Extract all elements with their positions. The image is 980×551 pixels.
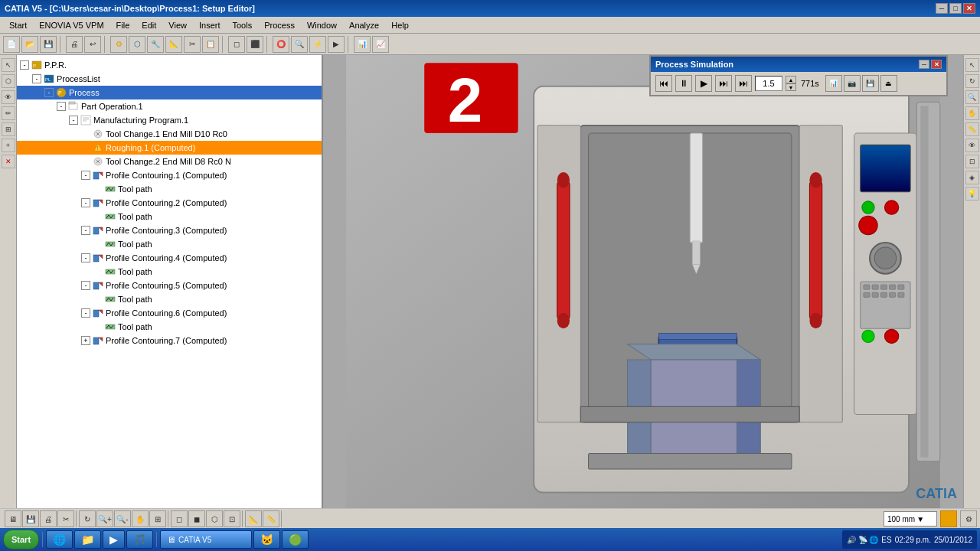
tb3-zoom-out[interactable]: 🔍- — [114, 510, 131, 527]
expand-profile7[interactable]: + — [81, 336, 90, 345]
expand-processlist[interactable]: - — [32, 74, 41, 83]
taskbar-app1[interactable]: 🎵 — [126, 530, 153, 549]
taskbar-explorer[interactable]: 📁 — [74, 530, 101, 549]
expand-profile2[interactable]: - — [81, 198, 90, 207]
sim-speed-input[interactable] — [755, 76, 782, 91]
menu-tools[interactable]: Tools — [226, 19, 258, 31]
menu-help[interactable]: Help — [385, 19, 415, 31]
tree-item-profile-cont3[interactable]: - Profile Contouring.3 (Computed) — [17, 223, 322, 237]
menu-insert[interactable]: Insert — [193, 19, 227, 31]
sim-goto-end-button[interactable]: ⏭ — [735, 75, 752, 92]
sim-extra-btn1[interactable]: 📊 — [825, 75, 842, 92]
sim-speed-down[interactable]: ▼ — [786, 83, 796, 91]
sim-extra-btn4[interactable]: ⏏ — [880, 75, 897, 92]
tb-btn11[interactable]: ⭕ — [273, 36, 289, 53]
expand-ppr[interactable]: - — [20, 60, 29, 70]
tb-btn13[interactable]: ⚡ — [309, 36, 326, 53]
tree-item-profile-cont2[interactable]: - Profile Contouring.2 (Computed) — [17, 196, 322, 210]
taskbar-app2[interactable]: 🐱 — [253, 530, 280, 549]
expand-profile3[interactable]: - — [81, 226, 90, 235]
expand-profile5[interactable]: - — [81, 281, 90, 290]
tree-item-profile-cont4[interactable]: - Profile Contouring.4 (Computed) — [17, 251, 322, 265]
tb-btn8[interactable]: 📋 — [202, 36, 219, 53]
menu-window[interactable]: Window — [301, 19, 343, 31]
tb3-color1[interactable] — [940, 510, 957, 527]
left-icon-x[interactable]: ✕ — [2, 155, 15, 168]
tb3-btn1[interactable]: 🖥 — [5, 510, 21, 527]
taskbar-ie[interactable]: 🌐 — [46, 530, 73, 549]
expand-profile4[interactable]: - — [81, 253, 90, 262]
zoom-dropdown[interactable]: 100 mm ▼ — [884, 511, 937, 527]
tb-save[interactable]: 💾 — [40, 36, 57, 53]
expand-profile1[interactable]: - — [81, 171, 90, 180]
tb-open[interactable]: 📂 — [21, 36, 38, 53]
tree-item-tool-change1[interactable]: Tool Change.1 End Mill D10 Rc0 — [17, 127, 322, 141]
taskbar-app3[interactable]: 🟢 — [282, 530, 309, 549]
menu-process[interactable]: Process — [258, 19, 301, 31]
close-button[interactable]: ✕ — [963, 3, 975, 14]
right-icon-light[interactable]: 💡 — [965, 187, 979, 201]
tree-item-ppr[interactable]: - P P.P.R. — [17, 58, 322, 72]
tb-btn4[interactable]: ⬡ — [129, 36, 145, 53]
tree-item-processlist[interactable]: - PL ProcessList — [17, 72, 322, 86]
tree-item-roughing1[interactable]: ! Roughing.1 (Computed) — [17, 141, 322, 155]
right-icon-view[interactable]: 👁 — [965, 139, 979, 152]
right-icon-zoom[interactable]: 🔍 — [965, 90, 979, 104]
tree-item-profile-cont1[interactable]: - Profile Contouring.1 (Computed) — [17, 168, 322, 182]
expand-process[interactable]: - — [44, 88, 54, 97]
tb-btn10[interactable]: ⬛ — [247, 36, 263, 53]
tb-print[interactable]: 🖨 — [66, 36, 83, 53]
tb-btn12[interactable]: 🔍 — [291, 36, 308, 53]
menu-edit[interactable]: Edit — [136, 19, 162, 31]
sim-speed-spinner[interactable]: ▲ ▼ — [786, 76, 796, 91]
tb3-btn3[interactable]: 🖨 — [40, 510, 57, 527]
tb-btn6[interactable]: 📐 — [165, 36, 182, 53]
expand-profile6[interactable]: - — [81, 308, 90, 318]
taskbar-media[interactable]: ▶ — [103, 530, 125, 549]
tb-btn9[interactable]: ◻ — [228, 36, 245, 53]
right-icon-render[interactable]: ◈ — [965, 171, 979, 184]
taskbar-start-button[interactable]: Start — [3, 530, 39, 549]
tree-item-part-op1[interactable]: - Part Operation.1 — [17, 99, 322, 113]
tb-btn16[interactable]: 📈 — [372, 36, 389, 53]
tree-item-process[interactable]: - P Process — [17, 86, 322, 99]
tree-item-profile-cont5[interactable]: - Profile Contouring.5 (Computed) — [17, 279, 322, 292]
left-icon-constraint[interactable]: ⊞ — [2, 122, 15, 136]
process-sim-close[interactable]: ✕ — [931, 60, 942, 69]
sim-speed-up[interactable]: ▲ — [786, 76, 796, 83]
menu-start[interactable]: Start — [3, 19, 33, 31]
right-icon-section[interactable]: ⊡ — [965, 155, 979, 168]
tree-item-toolpath4[interactable]: Tool path — [17, 265, 322, 279]
tree-item-tool-change2[interactable]: Tool Change.2 End Mill D8 Rc0 N — [17, 155, 322, 168]
sim-play-button[interactable]: ▶ — [695, 75, 712, 92]
right-icon-rotate[interactable]: ↻ — [965, 74, 979, 88]
sim-goto-start-button[interactable]: ⏮ — [655, 75, 672, 92]
menu-analyze[interactable]: Analyze — [343, 19, 385, 31]
tb3-view1[interactable]: ◻ — [171, 510, 188, 527]
tb-btn3[interactable]: ⚙ — [110, 36, 127, 53]
tb3-fit[interactable]: ⊞ — [149, 510, 166, 527]
tb3-view2[interactable]: ◼ — [188, 510, 205, 527]
tb3-pan[interactable]: ✋ — [132, 510, 149, 527]
tb-btn14[interactable]: ▶ — [328, 36, 345, 53]
tb-btn5[interactable]: 🔧 — [147, 36, 164, 53]
menu-enovia[interactable]: ENOVIA V5 VPM — [33, 19, 109, 31]
tb3-view3[interactable]: ⬡ — [206, 510, 223, 527]
left-icon-plus[interactable]: + — [2, 139, 15, 152]
sim-pause-button[interactable]: ⏸ — [675, 75, 692, 92]
left-icon-view[interactable]: 👁 — [2, 90, 15, 104]
tree-item-toolpath5[interactable]: Tool path — [17, 292, 322, 306]
expand-part-op1[interactable]: - — [57, 102, 66, 111]
tb-new[interactable]: 📄 — [3, 36, 20, 53]
menu-file[interactable]: File — [110, 19, 136, 31]
tb3-measure2[interactable]: 📏 — [263, 510, 279, 527]
tree-item-profile-cont6[interactable]: - Profile Contouring.6 (Computed) — [17, 306, 322, 320]
minimize-button[interactable]: ─ — [936, 3, 948, 14]
sim-step-forward-button[interactable]: ⏭ — [715, 75, 732, 92]
left-icon-sketch[interactable]: ✏ — [2, 106, 15, 120]
right-icon-measure[interactable]: 📏 — [965, 122, 979, 136]
right-icon-cursor[interactable]: ↖ — [965, 58, 979, 72]
tree-item-toolpath1[interactable]: Tool path — [17, 182, 322, 196]
maximize-button[interactable]: □ — [949, 3, 962, 14]
sim-extra-btn3[interactable]: 💾 — [862, 75, 879, 92]
